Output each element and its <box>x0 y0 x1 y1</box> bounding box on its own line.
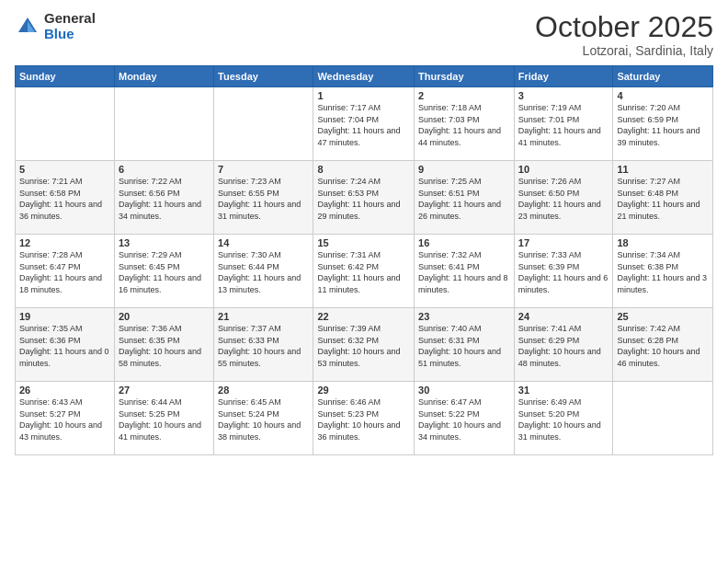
table-row: 30Sunrise: 6:47 AM Sunset: 5:22 PM Dayli… <box>415 382 515 455</box>
day-info: Sunrise: 7:37 AM Sunset: 6:33 PM Dayligh… <box>218 323 309 369</box>
day-number: 4 <box>617 90 709 101</box>
table-row: 8Sunrise: 7:24 AM Sunset: 6:53 PM Daylig… <box>313 161 415 235</box>
day-info: Sunrise: 6:45 AM Sunset: 5:24 PM Dayligh… <box>218 396 309 442</box>
day-info: Sunrise: 6:46 AM Sunset: 5:23 PM Dayligh… <box>317 396 410 442</box>
table-row: 15Sunrise: 7:31 AM Sunset: 6:42 PM Dayli… <box>313 235 415 308</box>
table-row: 21Sunrise: 7:37 AM Sunset: 6:33 PM Dayli… <box>214 308 313 382</box>
table-row: 18Sunrise: 7:34 AM Sunset: 6:38 PM Dayli… <box>613 235 713 308</box>
day-info: Sunrise: 7:32 AM Sunset: 6:41 PM Dayligh… <box>418 249 510 295</box>
day-number: 25 <box>617 311 709 322</box>
day-info: Sunrise: 7:24 AM Sunset: 6:53 PM Dayligh… <box>317 176 410 222</box>
day-number: 3 <box>518 90 609 101</box>
table-row <box>16 87 115 161</box>
day-number: 31 <box>518 385 609 396</box>
col-tuesday: Tuesday <box>214 66 313 87</box>
calendar-header-row: Sunday Monday Tuesday Wednesday Thursday… <box>16 66 713 87</box>
day-info: Sunrise: 7:29 AM Sunset: 6:45 PM Dayligh… <box>119 249 210 295</box>
table-row: 4Sunrise: 7:20 AM Sunset: 6:59 PM Daylig… <box>613 87 713 161</box>
day-info: Sunrise: 6:49 AM Sunset: 5:20 PM Dayligh… <box>518 396 609 442</box>
logo-blue-label: Blue <box>44 27 96 42</box>
table-row: 11Sunrise: 7:27 AM Sunset: 6:48 PM Dayli… <box>613 161 713 235</box>
day-number: 11 <box>617 164 709 175</box>
calendar-week-5: 26Sunrise: 6:43 AM Sunset: 5:27 PM Dayli… <box>16 382 713 455</box>
day-number: 24 <box>518 311 609 322</box>
day-info: Sunrise: 7:20 AM Sunset: 6:59 PM Dayligh… <box>617 102 709 148</box>
day-info: Sunrise: 7:25 AM Sunset: 6:51 PM Dayligh… <box>418 176 510 222</box>
day-number: 6 <box>119 164 210 175</box>
day-number: 8 <box>317 164 410 175</box>
day-number: 2 <box>418 90 510 101</box>
table-row: 17Sunrise: 7:33 AM Sunset: 6:39 PM Dayli… <box>514 235 613 308</box>
day-info: Sunrise: 6:44 AM Sunset: 5:25 PM Dayligh… <box>119 396 210 442</box>
day-number: 29 <box>317 385 410 396</box>
table-row: 12Sunrise: 7:28 AM Sunset: 6:47 PM Dayli… <box>16 235 115 308</box>
day-number: 27 <box>119 385 210 396</box>
table-row <box>613 382 713 455</box>
day-number: 1 <box>317 90 410 101</box>
calendar-week-3: 12Sunrise: 7:28 AM Sunset: 6:47 PM Dayli… <box>16 235 713 308</box>
day-number: 12 <box>19 237 110 248</box>
table-row: 28Sunrise: 6:45 AM Sunset: 5:24 PM Dayli… <box>214 382 313 455</box>
month-title: October 2025 <box>535 11 713 43</box>
table-row: 6Sunrise: 7:22 AM Sunset: 6:56 PM Daylig… <box>114 161 213 235</box>
table-row: 13Sunrise: 7:29 AM Sunset: 6:45 PM Dayli… <box>114 235 213 308</box>
day-info: Sunrise: 7:40 AM Sunset: 6:31 PM Dayligh… <box>418 323 510 369</box>
day-info: Sunrise: 7:21 AM Sunset: 6:58 PM Dayligh… <box>19 176 110 222</box>
day-info: Sunrise: 7:18 AM Sunset: 7:03 PM Dayligh… <box>418 102 510 148</box>
table-row: 3Sunrise: 7:19 AM Sunset: 7:01 PM Daylig… <box>514 87 613 161</box>
title-block: October 2025 Lotzorai, Sardinia, Italy <box>535 11 713 58</box>
table-row: 2Sunrise: 7:18 AM Sunset: 7:03 PM Daylig… <box>415 87 515 161</box>
table-row: 29Sunrise: 6:46 AM Sunset: 5:23 PM Dayli… <box>313 382 415 455</box>
day-number: 9 <box>418 164 510 175</box>
col-saturday: Saturday <box>613 66 713 87</box>
table-row: 9Sunrise: 7:25 AM Sunset: 6:51 PM Daylig… <box>415 161 515 235</box>
table-row: 20Sunrise: 7:36 AM Sunset: 6:35 PM Dayli… <box>114 308 213 382</box>
day-number: 10 <box>518 164 609 175</box>
logo-text: General Blue <box>44 11 96 41</box>
table-row <box>214 87 313 161</box>
day-info: Sunrise: 7:30 AM Sunset: 6:44 PM Dayligh… <box>218 249 309 295</box>
table-row <box>114 87 213 161</box>
calendar-week-4: 19Sunrise: 7:35 AM Sunset: 6:36 PM Dayli… <box>16 308 713 382</box>
calendar-week-1: 1Sunrise: 7:17 AM Sunset: 7:04 PM Daylig… <box>16 87 713 161</box>
table-row: 24Sunrise: 7:41 AM Sunset: 6:29 PM Dayli… <box>514 308 613 382</box>
day-info: Sunrise: 7:41 AM Sunset: 6:29 PM Dayligh… <box>518 323 609 369</box>
table-row: 10Sunrise: 7:26 AM Sunset: 6:50 PM Dayli… <box>514 161 613 235</box>
page: General Blue October 2025 Lotzorai, Sard… <box>0 0 728 563</box>
table-row: 27Sunrise: 6:44 AM Sunset: 5:25 PM Dayli… <box>114 382 213 455</box>
day-number: 26 <box>19 385 110 396</box>
day-number: 23 <box>418 311 510 322</box>
location-title: Lotzorai, Sardinia, Italy <box>535 43 713 58</box>
day-number: 16 <box>418 237 510 248</box>
day-number: 7 <box>218 164 309 175</box>
calendar-table: Sunday Monday Tuesday Wednesday Thursday… <box>15 65 713 455</box>
day-number: 20 <box>119 311 210 322</box>
day-info: Sunrise: 7:17 AM Sunset: 7:04 PM Dayligh… <box>317 102 410 148</box>
header: General Blue October 2025 Lotzorai, Sard… <box>15 11 713 58</box>
col-friday: Friday <box>514 66 613 87</box>
day-info: Sunrise: 7:26 AM Sunset: 6:50 PM Dayligh… <box>518 176 609 222</box>
day-info: Sunrise: 7:33 AM Sunset: 6:39 PM Dayligh… <box>518 249 609 295</box>
day-info: Sunrise: 7:23 AM Sunset: 6:55 PM Dayligh… <box>218 176 309 222</box>
col-thursday: Thursday <box>415 66 515 87</box>
day-info: Sunrise: 6:47 AM Sunset: 5:22 PM Dayligh… <box>418 396 510 442</box>
day-info: Sunrise: 7:31 AM Sunset: 6:42 PM Dayligh… <box>317 249 410 295</box>
day-number: 30 <box>418 385 510 396</box>
day-number: 28 <box>218 385 309 396</box>
day-number: 21 <box>218 311 309 322</box>
day-info: Sunrise: 7:42 AM Sunset: 6:28 PM Dayligh… <box>617 323 709 369</box>
day-number: 18 <box>617 237 709 248</box>
table-row: 22Sunrise: 7:39 AM Sunset: 6:32 PM Dayli… <box>313 308 415 382</box>
day-info: Sunrise: 7:27 AM Sunset: 6:48 PM Dayligh… <box>617 176 709 222</box>
day-info: Sunrise: 6:43 AM Sunset: 5:27 PM Dayligh… <box>19 396 110 442</box>
logo: General Blue <box>15 11 96 41</box>
table-row: 5Sunrise: 7:21 AM Sunset: 6:58 PM Daylig… <box>16 161 115 235</box>
table-row: 16Sunrise: 7:32 AM Sunset: 6:41 PM Dayli… <box>415 235 515 308</box>
day-number: 19 <box>19 311 110 322</box>
day-info: Sunrise: 7:35 AM Sunset: 6:36 PM Dayligh… <box>19 323 110 369</box>
day-number: 5 <box>19 164 110 175</box>
day-number: 13 <box>119 237 210 248</box>
col-monday: Monday <box>114 66 213 87</box>
day-info: Sunrise: 7:22 AM Sunset: 6:56 PM Dayligh… <box>119 176 210 222</box>
day-number: 15 <box>317 237 410 248</box>
